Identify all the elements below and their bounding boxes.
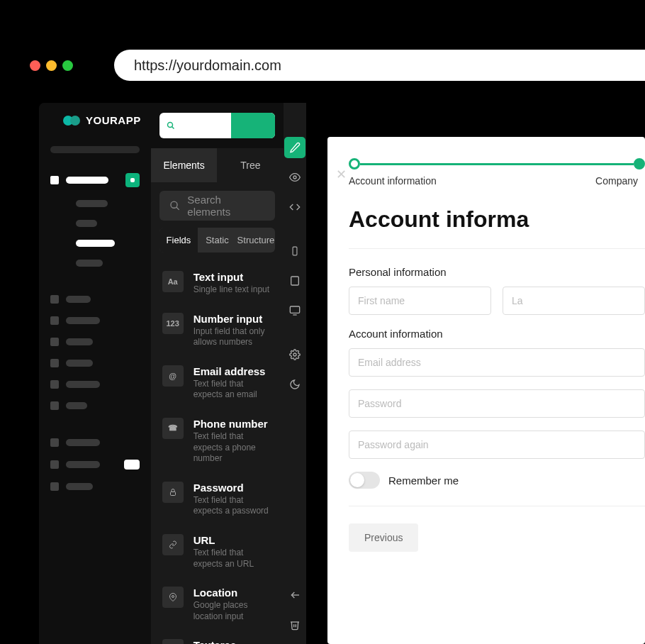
svg-rect-4 [170, 492, 175, 495]
desktop-view-icon[interactable] [284, 300, 305, 321]
search-icon [169, 200, 181, 211]
svg-line-1 [172, 127, 174, 129]
nav-item[interactable] [49, 435, 141, 450]
toolbar [284, 103, 306, 644]
tab-tree[interactable]: Tree [217, 148, 284, 182]
element-type-icon: ☎ [162, 418, 184, 439]
svg-point-2 [171, 201, 177, 208]
nav-item[interactable] [49, 377, 141, 392]
password-again-input[interactable] [349, 431, 645, 459]
svg-point-5 [172, 596, 174, 598]
url-text: https://yourdomain.com [134, 57, 281, 74]
filter-fields[interactable]: Fields [159, 228, 198, 252]
personal-info-label: Personal information [349, 266, 645, 278]
nav-item[interactable] [49, 457, 141, 472]
email-input[interactable] [349, 348, 645, 377]
nav-item[interactable] [49, 313, 141, 328]
nav-badge-icon [124, 460, 140, 470]
step-dot-1[interactable] [349, 158, 360, 170]
delete-icon[interactable] [284, 614, 305, 635]
edit-tool-icon[interactable] [284, 137, 305, 158]
nav-item[interactable] [49, 170, 141, 190]
mobile-view-icon[interactable] [284, 240, 305, 262]
code-tool-icon[interactable] [284, 196, 305, 218]
element-type-icon [162, 639, 184, 644]
nav-add-icon[interactable] [125, 173, 140, 187]
element-type-icon: Aa [162, 271, 184, 292]
close-icon[interactable]: ✕ [336, 167, 347, 182]
tab-elements[interactable]: Elements [151, 148, 218, 182]
element-item[interactable]: ☎ Phone number Text field that expects a… [159, 409, 276, 473]
remember-label: Remember me [388, 474, 459, 487]
filter-structure[interactable]: Structure [237, 228, 276, 252]
maximize-window-icon[interactable] [62, 60, 73, 71]
element-type-icon: 123 [162, 313, 184, 334]
step-label-2: Company [595, 175, 638, 187]
nav-item[interactable] [49, 356, 141, 370]
app-name: YOURAPP [86, 114, 141, 126]
form-title: Account informa [349, 206, 645, 233]
form-canvas[interactable]: ✕ Account information Company Account in… [327, 137, 645, 644]
element-title: Textarea [194, 639, 273, 644]
svg-rect-10 [293, 247, 297, 255]
svg-rect-12 [290, 306, 299, 313]
element-type-icon [162, 587, 184, 608]
element-description: Input field that only allows numbers [194, 326, 273, 348]
element-description: Text field that expects a phone number [194, 431, 273, 465]
svg-point-14 [293, 353, 296, 356]
element-title: Email address [194, 365, 273, 377]
element-description: Text field that expects an email [194, 379, 273, 401]
global-search[interactable] [159, 113, 276, 138]
url-bar[interactable]: https://yourdomain.com [114, 50, 645, 81]
element-title: Text input [194, 271, 269, 283]
element-item[interactable]: Location Google places location input [159, 578, 276, 631]
element-item[interactable]: Password Text field that expects a passw… [159, 473, 276, 526]
password-input[interactable] [349, 389, 645, 418]
nav-subitem[interactable] [49, 237, 141, 250]
elements-search-input[interactable]: Search elements [159, 191, 276, 221]
theme-icon[interactable] [284, 374, 305, 395]
element-item[interactable]: Aa Text input Single line text input [159, 262, 276, 304]
element-item[interactable]: @ Email address Text field that expects … [159, 357, 276, 409]
element-item[interactable]: 123 Number input Input field that only a… [159, 304, 276, 357]
search-button[interactable] [231, 113, 275, 138]
element-item[interactable]: URL Text field that expects an URL [159, 526, 276, 578]
element-title: URL [194, 534, 273, 546]
previous-button[interactable]: Previous [349, 523, 418, 552]
collapse-icon[interactable] [284, 584, 305, 606]
step-dot-2[interactable] [634, 158, 645, 170]
first-name-input[interactable] [349, 287, 491, 315]
nav-item[interactable] [49, 335, 141, 349]
last-name-input[interactable] [503, 287, 645, 315]
search-icon [167, 121, 175, 130]
tablet-view-icon[interactable] [284, 270, 305, 292]
app-logo[interactable]: YOURAPP [49, 114, 141, 126]
stepper [349, 158, 645, 170]
nav-subitem[interactable] [49, 217, 141, 230]
element-title: Location [194, 587, 273, 599]
element-description: Text field that expects a password [194, 495, 273, 517]
account-info-label: Account information [349, 328, 645, 340]
nav-subitem[interactable] [49, 257, 141, 270]
minimize-window-icon[interactable] [46, 60, 57, 71]
close-window-icon[interactable] [30, 60, 40, 71]
nav-header-bar [50, 146, 140, 153]
svg-point-0 [167, 123, 172, 128]
element-description: Text field that expects an URL [194, 548, 273, 570]
nav-item[interactable] [49, 399, 141, 413]
nav-item[interactable] [49, 292, 141, 306]
nav-item[interactable] [49, 479, 141, 494]
nav-subitem[interactable] [49, 197, 141, 210]
svg-rect-11 [291, 277, 299, 285]
filter-static[interactable]: Static [198, 228, 237, 252]
window-controls[interactable] [30, 60, 73, 71]
elements-panel: Elements Tree Search elements Fields Sta… [151, 103, 284, 644]
svg-point-9 [293, 176, 296, 179]
svg-line-3 [176, 207, 179, 210]
remember-toggle[interactable] [349, 472, 380, 489]
preview-tool-icon[interactable] [284, 167, 305, 188]
element-title: Password [194, 482, 273, 494]
element-title: Phone number [194, 418, 273, 430]
element-item[interactable]: Textarea Single line or multiline text a… [159, 631, 276, 644]
settings-icon[interactable] [284, 344, 305, 365]
